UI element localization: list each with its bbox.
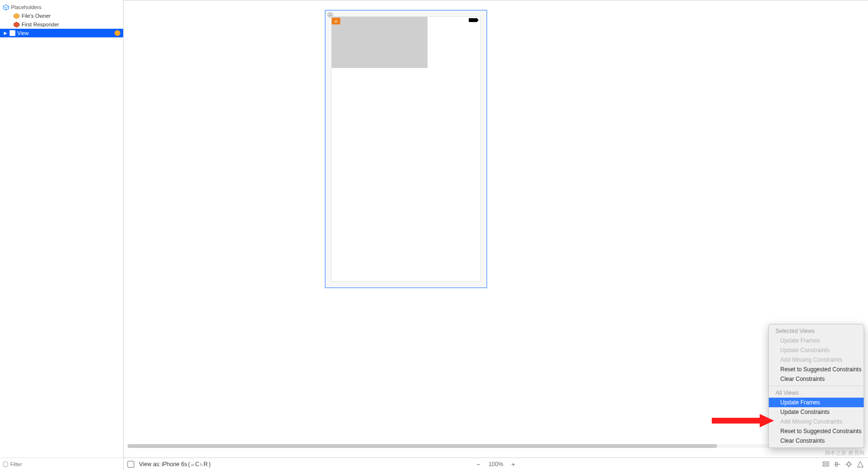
pin-icon[interactable] [845, 460, 853, 468]
menu-update-frames-all[interactable]: Update Frames [769, 398, 864, 407]
disclosure-triangle-icon[interactable]: ▶ [3, 31, 8, 35]
menu-update-frames-selected: Update Frames [769, 336, 864, 345]
svg-marker-3 [14, 22, 19, 27]
svg-rect-6 [823, 465, 829, 466]
canvas-bottom-bar: View as: iPhone 6s (wC hR) − 100% + [124, 458, 868, 470]
annotation-arrow [712, 413, 774, 429]
status-bar: xt [332, 17, 480, 23]
outline-filter-bar [0, 458, 123, 470]
watermark: 脚本之家 教育网 [825, 449, 865, 457]
layout-warning-icon[interactable] [115, 30, 120, 36]
menu-reset-suggested-constraints-all[interactable]: Reset to Suggested Constraints [769, 426, 864, 436]
view-as-icon[interactable] [127, 461, 134, 468]
embed-in-stack-icon[interactable] [822, 460, 830, 468]
resolve-constraints-menu: Selected Views Update Frames Update Cons… [768, 324, 864, 448]
main-area: × xt Selected Views Update Frames Update… [124, 0, 868, 470]
outline-view-row[interactable]: ▶ View [0, 29, 123, 37]
scene-wrapper: × xt [325, 10, 487, 288]
svg-marker-14 [857, 461, 863, 467]
first-responder-icon [13, 22, 20, 28]
zoom-controls: − 100% + [475, 461, 517, 468]
scrollbar-thumb[interactable] [127, 444, 717, 448]
placeholders-icon [3, 4, 9, 11]
files-owner-label: File's Owner [22, 13, 51, 19]
view-label: View [17, 30, 29, 36]
menu-update-constraints-selected: Update Constraints [769, 345, 864, 355]
outline-files-owner[interactable]: File's Owner [0, 11, 123, 20]
zoom-level[interactable]: 100% [488, 461, 503, 468]
battery-icon [469, 18, 477, 22]
zoom-out-button[interactable]: − [475, 461, 482, 468]
view-as-label[interactable]: View as: iPhone 6s (wC hR) [139, 461, 210, 468]
document-outline: Placeholders File's Owner First Responde… [0, 0, 123, 458]
filter-icon [3, 461, 8, 467]
filter-input[interactable] [10, 461, 120, 467]
misplacement-badge: xt [332, 18, 340, 24]
placeholders-label: Placeholders [11, 4, 42, 10]
layout-tool-cluster [822, 460, 864, 468]
document-outline-sidebar: Placeholders File's Owner First Responde… [0, 0, 124, 470]
menu-reset-suggested-constraints-selected[interactable]: Reset to Suggested Constraints [769, 365, 864, 374]
menu-add-missing-constraints-all: Add Missing Constraints [769, 417, 864, 426]
menu-clear-constraints-selected[interactable]: Clear Constraints [769, 374, 864, 384]
menu-update-constraints-all[interactable]: Update Constraints [769, 407, 864, 417]
canvas-scroll-area[interactable]: × xt Selected Views Update Frames Update… [124, 0, 868, 458]
resolve-issues-icon[interactable] [856, 460, 864, 468]
menu-add-missing-constraints-selected: Add Missing Constraints [769, 355, 864, 365]
svg-rect-9 [847, 463, 850, 466]
first-responder-label: First Responder [22, 22, 59, 27]
align-icon[interactable] [833, 460, 841, 468]
menu-section-selected-views: Selected Views [769, 326, 864, 336]
menu-section-all-views: All Views [769, 388, 864, 398]
svg-marker-2 [14, 13, 19, 18]
menu-clear-constraints-all[interactable]: Clear Constraints [769, 436, 864, 446]
canvas-horizontal-scrollbar[interactable] [124, 443, 868, 449]
view-icon [10, 30, 15, 36]
zoom-in-button[interactable]: + [510, 461, 517, 468]
svg-marker-4 [712, 414, 774, 427]
gray-subview[interactable] [332, 17, 428, 68]
outline-placeholders-header[interactable]: Placeholders [0, 3, 123, 11]
files-owner-icon [13, 13, 20, 19]
root-view[interactable]: xt [331, 16, 481, 282]
scene-view[interactable]: × xt [325, 10, 487, 288]
menu-separator [769, 386, 864, 386]
outline-first-responder[interactable]: First Responder [0, 20, 123, 29]
svg-rect-5 [823, 462, 829, 463]
